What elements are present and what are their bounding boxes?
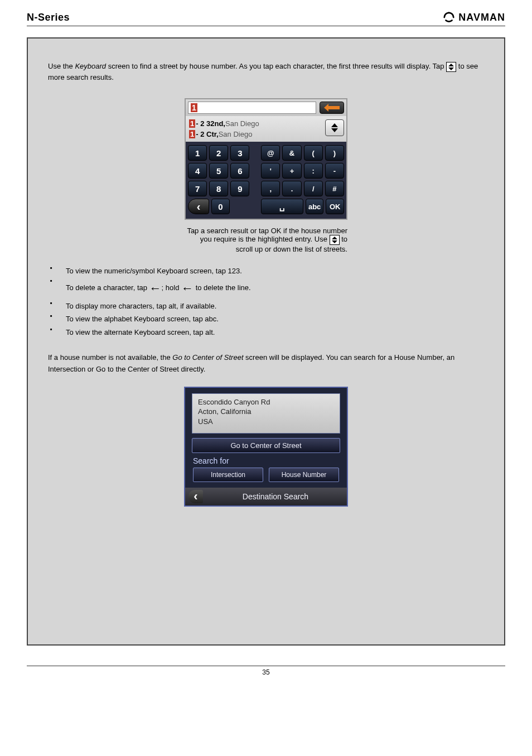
key-abc[interactable]: abc xyxy=(306,199,324,214)
list-item: To view the alternate Keyboard screen, t… xyxy=(58,326,484,339)
list-item: To view the numeric/symbol Keyboard scre… xyxy=(58,264,484,277)
key-rparen[interactable]: ) xyxy=(325,145,344,161)
list-item: To view the alphabet Keyboard screen, ta… xyxy=(58,312,484,325)
brand-logo: NAVMAN xyxy=(443,11,505,23)
list-item: To display more characters, tap alt, if … xyxy=(58,300,484,312)
key-6[interactable]: 6 xyxy=(230,163,249,179)
key-9[interactable]: 9 xyxy=(230,181,249,196)
arrow-left-icon: ← xyxy=(181,281,194,295)
key-4[interactable]: 4 xyxy=(188,163,207,179)
address-line: Escondido Canyon Rd xyxy=(198,397,334,407)
key-7[interactable]: 7 xyxy=(188,181,207,196)
search-for-label: Search for xyxy=(192,456,340,465)
content-frame: Use the Keyboard screen to find a street… xyxy=(27,37,505,646)
address-line: USA xyxy=(198,417,334,427)
key-ok[interactable]: OK xyxy=(326,199,344,214)
list-item: To delete a character, tap ←; hold ← to … xyxy=(58,277,484,300)
key-at[interactable]: @ xyxy=(261,145,280,161)
destination-search-screen: Escondido Canyon Rd Acton, California US… xyxy=(184,387,348,507)
key-comma[interactable]: , xyxy=(261,181,280,196)
key-0[interactable]: 0 xyxy=(211,199,230,214)
arrow-left-icon: ← xyxy=(149,281,162,295)
backspace-key[interactable] xyxy=(320,102,344,114)
navman-arc-icon xyxy=(443,11,455,23)
header-series: N-Series xyxy=(27,12,70,23)
key-3[interactable]: 3 xyxy=(230,145,249,161)
address-box: Escondido Canyon Rd Acton, California US… xyxy=(192,393,340,434)
key-dash[interactable]: - xyxy=(325,163,344,179)
key-slash[interactable]: / xyxy=(304,181,323,196)
scroll-icon xyxy=(330,235,340,245)
keyboard-screen: 1 1 - 2 32nd, San Diego 1 - 2 Ctr, San D… xyxy=(185,98,347,220)
brand-text: NAVMAN xyxy=(458,12,505,23)
result-row[interactable]: 1 - 2 32nd, San Diego xyxy=(188,118,344,129)
key-apos[interactable]: ' xyxy=(261,163,280,179)
house-number-button[interactable]: House Number xyxy=(269,468,339,482)
destination-footer: ‹ Destination Search xyxy=(185,488,347,505)
go-to-center-button[interactable]: Go to Center of Street xyxy=(192,438,340,453)
key-8[interactable]: 8 xyxy=(209,181,228,196)
svg-marker-0 xyxy=(324,104,340,112)
footer-caption: Destination Search xyxy=(207,492,344,501)
key-plus[interactable]: + xyxy=(282,163,301,179)
fallback-paragraph: If a house number is not available, the … xyxy=(48,352,484,375)
key-lparen[interactable]: ( xyxy=(304,145,323,161)
keyboard-input[interactable]: 1 xyxy=(188,102,316,114)
address-line: Acton, California xyxy=(198,407,334,417)
keyboard-keys: 1 2 3 @ & ( ) 4 5 6 ' + : - xyxy=(186,142,346,219)
key-colon[interactable]: : xyxy=(304,163,323,179)
intersection-button[interactable]: Intersection xyxy=(193,468,263,482)
instruction-list: To view the numeric/symbol Keyboard scre… xyxy=(48,264,484,339)
scroll-icon xyxy=(446,62,456,72)
key-hash[interactable]: # xyxy=(325,181,344,196)
result-row[interactable]: 1 - 2 Ctr, San Diego xyxy=(188,129,344,139)
key-2[interactable]: 2 xyxy=(209,145,228,161)
key-back[interactable]: ‹ xyxy=(188,199,209,214)
results-scroll-button[interactable] xyxy=(325,119,344,136)
key-space[interactable]: ␣ xyxy=(261,199,303,214)
postkey-text: Tap a search result or tap OK if the hou… xyxy=(185,227,347,253)
key-5[interactable]: 5 xyxy=(209,163,228,179)
back-button[interactable]: ‹ xyxy=(188,490,203,503)
keyboard-results: 1 - 2 32nd, San Diego 1 - 2 Ctr, San Die… xyxy=(186,116,346,142)
intro-text: Use the Keyboard screen to find a street… xyxy=(48,61,484,83)
keyboard-input-row: 1 xyxy=(186,99,346,116)
page-header: N-Series NAVMAN xyxy=(27,11,505,26)
key-amp[interactable]: & xyxy=(282,145,301,161)
key-period[interactable]: . xyxy=(282,181,301,196)
page-number: 35 xyxy=(27,666,505,676)
key-1[interactable]: 1 xyxy=(188,145,207,161)
